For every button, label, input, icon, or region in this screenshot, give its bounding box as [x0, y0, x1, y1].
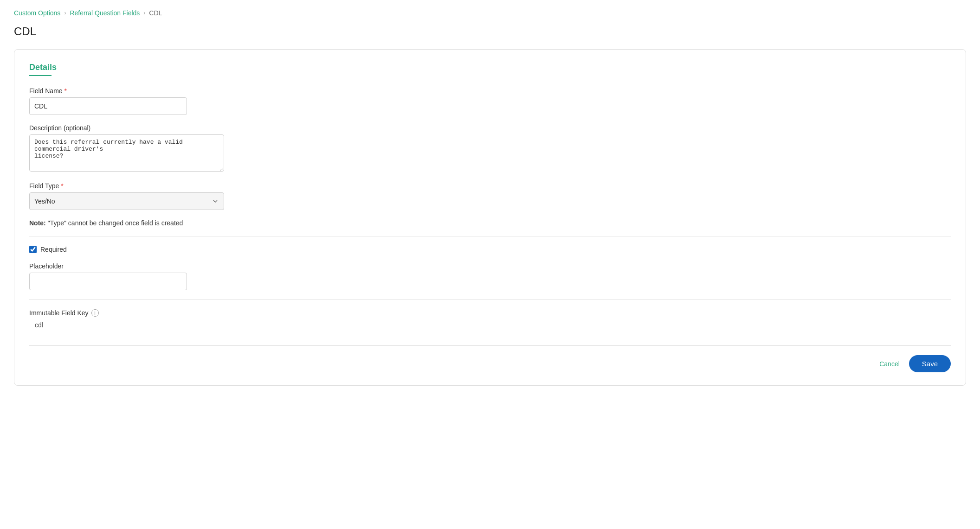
immutable-field-key-group: Immutable Field Key i cdl: [29, 309, 951, 331]
page-title: CDL: [14, 25, 966, 38]
placeholder-group: Placeholder: [29, 262, 951, 290]
field-name-input[interactable]: [29, 97, 187, 115]
section-divider: [29, 75, 52, 76]
field-type-required: *: [61, 182, 63, 190]
save-button[interactable]: Save: [909, 355, 951, 372]
breadcrumb: Custom Options › Referral Question Field…: [14, 9, 966, 17]
note-text: Note: "Type" cannot be changed once fiel…: [29, 219, 951, 227]
section-hr-1: [29, 236, 951, 236]
description-label: Description (optional): [29, 124, 951, 132]
field-type-select[interactable]: Yes/No Text Number Date: [29, 192, 224, 210]
details-card: Details Field Name * Description (option…: [14, 49, 966, 386]
required-checkbox[interactable]: [29, 246, 37, 253]
section-hr-2: [29, 300, 951, 300]
field-type-group: Field Type * Yes/No Text Number Date: [29, 182, 951, 210]
breadcrumb-referral-question-fields[interactable]: Referral Question Fields: [70, 9, 140, 17]
required-checkbox-label[interactable]: Required: [40, 246, 67, 253]
placeholder-label: Placeholder: [29, 262, 951, 270]
immutable-field-key-label: Immutable Field Key i: [29, 309, 951, 317]
info-icon: i: [91, 309, 99, 317]
breadcrumb-current: CDL: [149, 9, 162, 17]
field-name-group: Field Name *: [29, 87, 951, 115]
field-name-label: Field Name *: [29, 87, 951, 95]
section-title: Details: [29, 63, 951, 72]
field-name-required: *: [64, 87, 67, 95]
description-group: Description (optional) Does this referra…: [29, 124, 951, 173]
cancel-button[interactable]: Cancel: [879, 360, 900, 368]
breadcrumb-separator-2: ›: [143, 10, 145, 16]
field-type-label: Field Type *: [29, 182, 951, 190]
card-footer: Cancel Save: [29, 345, 951, 372]
required-checkbox-row: Required: [29, 246, 951, 253]
immutable-field-key-value: cdl: [29, 319, 951, 331]
breadcrumb-custom-options[interactable]: Custom Options: [14, 9, 60, 17]
placeholder-input[interactable]: [29, 273, 187, 290]
description-textarea[interactable]: Does this referral currently have a vali…: [29, 134, 224, 172]
breadcrumb-separator-1: ›: [64, 10, 66, 16]
